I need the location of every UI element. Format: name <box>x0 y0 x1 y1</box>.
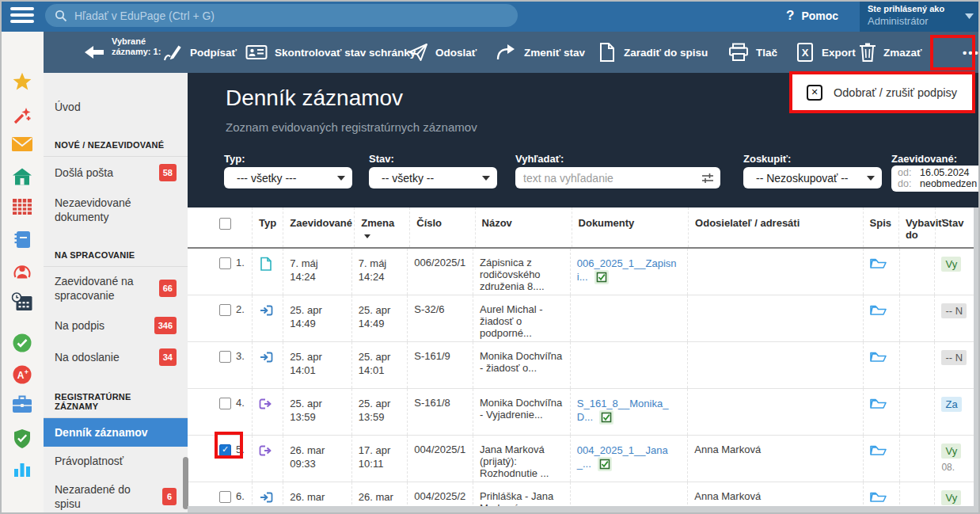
filter-registered-label: Zaevidované: <box>891 153 957 165</box>
filter-typ-select[interactable]: --- všetky --- <box>224 167 352 188</box>
export-button[interactable]: X Export <box>796 32 856 73</box>
table-row[interactable]: 2. 25. apr 14:49 25. apr 14:49 S-32/6 Au… <box>188 295 980 342</box>
delete-button[interactable]: Zmazať <box>859 32 921 73</box>
sidebar-menu: Úvod NOVÉ / NEZAEVIDOVANÉ Došlá pošta58 … <box>44 73 188 514</box>
col-dokumenty[interactable]: Dokumenty <box>572 208 689 247</box>
person-icon[interactable] <box>12 261 32 284</box>
folder-open-icon[interactable] <box>870 350 887 363</box>
filter-search-input[interactable]: text na vyhľadanie <box>515 167 720 188</box>
sidebar-scrollbar-thumb[interactable] <box>183 457 188 509</box>
briefcase-icon[interactable] <box>11 395 32 417</box>
incoming-record-icon <box>259 490 273 504</box>
search-icon <box>55 10 67 22</box>
col-zmena[interactable]: Zmena <box>354 208 409 247</box>
wand-icon[interactable] <box>13 106 32 128</box>
count-badge: 58 <box>159 164 177 181</box>
col-typ[interactable]: Typ <box>252 208 283 247</box>
count-badge: 6 <box>162 488 177 505</box>
row-checkbox[interactable] <box>219 304 231 316</box>
col-vybavit-do[interactable]: Vybaviť do <box>898 208 935 247</box>
more-actions-button[interactable]: ••• <box>948 32 980 73</box>
module-icon-rail: A+ ❯ <box>0 32 44 514</box>
col-zaevidovane[interactable]: Zaevidované <box>283 208 354 247</box>
file-to-case-button[interactable]: Zaradiť do spisu <box>598 32 708 73</box>
shield-check-icon[interactable] <box>13 428 32 452</box>
sidebar-item-uvod[interactable]: Úvod <box>44 93 188 121</box>
col-odosielatel[interactable]: Odosielateľ / adresáti <box>688 208 862 247</box>
mail-icon[interactable] <box>11 135 33 156</box>
grade-aplus-icon[interactable]: A+ <box>12 364 32 388</box>
sidebar-item-zaevidovane-na-spracovanie[interactable]: Zaevidované na spracovanie66 <box>44 267 188 310</box>
select-all-checkbox[interactable] <box>219 218 231 230</box>
row-checkbox[interactable] <box>219 351 231 363</box>
chevron-down-icon <box>337 176 345 181</box>
change-status-button[interactable]: Zmeniť stav <box>495 32 585 73</box>
filter-typ-label: Typ: <box>224 153 245 165</box>
count-badge: 34 <box>159 348 177 366</box>
help-button[interactable]: ? Pomoc <box>786 0 838 32</box>
count-badge: 346 <box>154 317 177 334</box>
sidebar-item-dosla-posta[interactable]: Došlá pošta58 <box>44 157 188 188</box>
question-mark-icon: ? <box>786 8 794 24</box>
calendar-clock-icon[interactable] <box>11 292 32 315</box>
document-new-icon <box>259 257 273 271</box>
outgoing-record-icon <box>259 444 273 458</box>
star-icon[interactable] <box>12 71 32 95</box>
paper-plane-icon <box>408 42 428 63</box>
svg-text:A: A <box>17 370 24 381</box>
document-link[interactable]: 004_2025_1__Jana_... <box>577 444 668 470</box>
filter-group-select[interactable]: -- Nezoskupovať -- <box>743 167 882 188</box>
sidebar-item-nezaevidovane-dokumenty[interactable]: Nezaevidované dokumenty <box>44 188 188 231</box>
document-link[interactable]: S_161_8__Monika_D... <box>577 398 669 423</box>
check-circle-icon[interactable] <box>12 333 32 356</box>
row-checkbox-checked[interactable] <box>219 444 231 456</box>
sidebar-item-pravoplatnost[interactable]: Právoplatnosť <box>44 447 188 475</box>
folder-open-icon[interactable] <box>870 490 887 503</box>
document-link[interactable]: 006_2025_1__Zapisni... <box>577 257 677 283</box>
folder-open-icon[interactable] <box>870 303 887 316</box>
table-row[interactable]: 3. 25. apr 14:01 25. apr 14:01 S-161/9 M… <box>188 342 980 389</box>
sidebar-section-registraturne-zaznamy: REGISTRATÚRNE ZÁZNAMY <box>44 385 188 418</box>
col-cislo[interactable]: Číslo <box>409 208 474 247</box>
logged-in-user-menu[interactable]: Ste prihlásený ako Administrátor <box>860 0 980 32</box>
check-mailbox-button[interactable]: Skontrolovať stav schránky <box>245 32 416 73</box>
table-row-selected[interactable]: 5. 26. mar 09:33 17. apr 10:11 004/2025/… <box>188 436 980 482</box>
sidebar-item-na-podpis[interactable]: Na podpis346 <box>44 310 188 341</box>
chevron-down-icon <box>482 176 490 181</box>
hamburger-menu-icon[interactable] <box>10 7 34 25</box>
home-icon[interactable] <box>12 167 32 190</box>
id-card-icon <box>245 43 268 62</box>
col-nazov[interactable]: Názov <box>475 208 572 247</box>
back-button[interactable] <box>83 41 105 67</box>
notebook-icon[interactable] <box>13 230 32 253</box>
send-button[interactable]: Odoslať <box>408 32 477 73</box>
search-placeholder: Hľadať v EduPage (Ctrl + G) <box>74 10 215 22</box>
folder-open-icon[interactable] <box>870 257 887 269</box>
sidebar-item-na-odoslanie[interactable]: Na odoslanie34 <box>44 341 188 373</box>
filter-date-range[interactable]: od:16.05.2024 do:neobmedzen <box>891 166 980 192</box>
global-search-input[interactable]: Hľadať v EduPage (Ctrl + G) <box>45 4 518 27</box>
timetable-icon[interactable] <box>12 198 32 219</box>
sidebar-item-dennik-zaznamov[interactable]: Denník záznamov <box>44 418 188 447</box>
print-button[interactable]: Tlač <box>728 32 777 73</box>
table-row[interactable]: 1. 7. máj 14:24 7. máj 14:24 006/2025/1 … <box>188 249 980 295</box>
col-spis[interactable]: Spis <box>863 208 898 247</box>
table-row[interactable]: 4. 25. apr 13:59 25. apr 13:59 S-161/8 M… <box>188 389 980 436</box>
horizontal-scrollbar[interactable] <box>188 506 980 514</box>
arrow-left-icon <box>83 41 105 63</box>
vertical-scrollbar[interactable] <box>974 208 980 506</box>
sign-button[interactable]: Podpísať <box>162 32 237 73</box>
row-checkbox[interactable] <box>219 398 231 409</box>
top-bar: Hľadať v EduPage (Ctrl + G) ? Pomoc Ste … <box>0 0 980 32</box>
folder-open-icon[interactable] <box>870 397 887 409</box>
row-checkbox[interactable] <box>219 257 231 269</box>
export-x-icon: X <box>796 42 815 63</box>
more-actions-dropdown[interactable]: ✕ Odobrať / zrušiť podpisy <box>789 71 975 113</box>
filter-stav-select[interactable]: -- všetky -- <box>369 167 497 188</box>
svg-text:+: + <box>24 368 28 376</box>
row-checkbox[interactable] <box>219 491 231 503</box>
dropdown-item-label: Odobrať / zrušiť podpisy <box>834 86 957 99</box>
sidebar-item-nezaradene-do-spisu[interactable]: Nezaradené do spisu6 <box>44 475 188 514</box>
bar-chart-icon[interactable] <box>13 460 32 481</box>
folder-open-icon[interactable] <box>870 444 887 456</box>
